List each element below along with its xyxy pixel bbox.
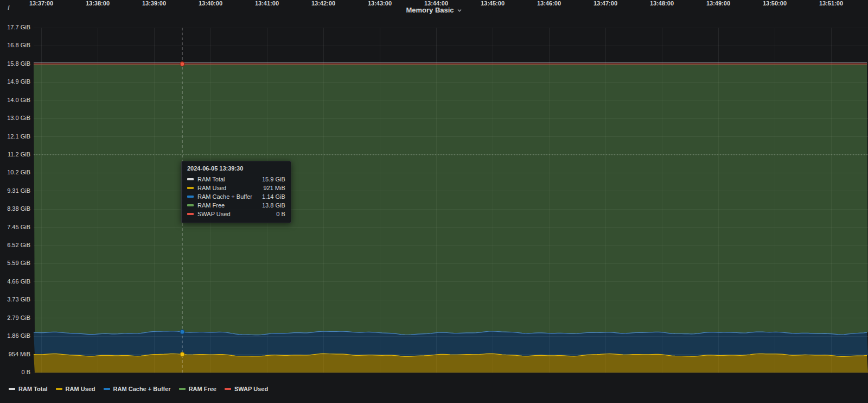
tooltip-series-value: 0 B	[276, 211, 285, 217]
series-color-swatch	[187, 196, 194, 198]
legend-label: RAM Used	[66, 386, 95, 392]
series-color-swatch	[187, 178, 194, 180]
tooltip-series-value: 1.14 GiB	[262, 193, 285, 200]
tooltip-row: SWAP Used0 B	[187, 210, 285, 218]
tooltip-series-value: 15.9 GiB	[262, 176, 285, 182]
panel-title: Memory Basic	[406, 6, 454, 14]
tooltip-series-label: RAM Used	[197, 185, 226, 191]
memory-chart[interactable]	[0, 0, 868, 403]
y-tick-label: 0 B	[0, 369, 30, 375]
chevron-down-icon	[457, 5, 462, 15]
tooltip-series-label: RAM Free	[197, 202, 225, 209]
y-tick-label: 14.9 GiB	[0, 78, 30, 85]
legend-item[interactable]: RAM Free	[179, 386, 216, 392]
legend-color-swatch	[104, 388, 110, 390]
y-tick-label: 16.8 GiB	[0, 42, 30, 48]
legend-color-swatch	[225, 388, 231, 390]
tooltip-series-value: 13.8 GiB	[262, 202, 285, 209]
y-tick-label: 5.59 GiB	[0, 260, 30, 266]
series-color-swatch	[187, 187, 194, 189]
tooltip-series-label: RAM Cache + Buffer	[197, 193, 252, 200]
panel-header[interactable]: Memory Basic	[0, 0, 868, 20]
tooltip-row: RAM Cache + Buffer1.14 GiB	[187, 192, 285, 201]
y-tick-label: 2.79 GiB	[0, 314, 30, 321]
y-tick-label: 3.73 GiB	[0, 296, 30, 303]
y-tick-label: 15.8 GiB	[0, 60, 30, 67]
legend-item[interactable]: RAM Used	[56, 386, 95, 392]
info-icon: i	[8, 4, 9, 11]
legend-color-swatch	[56, 388, 62, 390]
y-tick-label: 7.45 GiB	[0, 224, 30, 230]
tooltip-row: RAM Used921 MiB	[187, 184, 285, 192]
y-tick-label: 17.7 GiB	[0, 24, 30, 30]
y-tick-label: 13.0 GiB	[0, 115, 30, 121]
y-tick-label: 14.0 GiB	[0, 97, 30, 103]
legend-label: RAM Free	[189, 386, 216, 392]
legend-color-swatch	[179, 388, 186, 390]
tooltip-series-label: SWAP Used	[197, 211, 231, 217]
tooltip-timestamp: 2024-06-05 13:39:30	[187, 165, 285, 172]
chart-tooltip: 2024-06-05 13:39:30 RAM Total15.9 GiBRAM…	[181, 161, 291, 223]
tooltip-row: RAM Total15.9 GiB	[187, 175, 285, 184]
y-tick-label: 9.31 GiB	[0, 187, 30, 194]
y-tick-label: 12.1 GiB	[0, 133, 30, 140]
panel-info-icon[interactable]: i	[4, 3, 14, 12]
legend-color-swatch	[9, 388, 15, 390]
legend-item[interactable]: RAM Cache + Buffer	[104, 386, 171, 392]
series-color-swatch	[187, 204, 194, 206]
tooltip-series-label: RAM Total	[197, 176, 225, 182]
legend-label: SWAP Used	[234, 386, 268, 392]
legend: RAM TotalRAM UsedRAM Cache + BufferRAM F…	[9, 383, 268, 394]
y-tick-label: 954 MiB	[0, 351, 30, 357]
tooltip-rows: RAM Total15.9 GiBRAM Used921 MiBRAM Cach…	[187, 175, 285, 218]
y-tick-label: 11.2 GiB	[0, 151, 30, 158]
legend-item[interactable]: RAM Total	[9, 386, 48, 392]
y-tick-label: 6.52 GiB	[0, 242, 30, 248]
legend-item[interactable]: SWAP Used	[225, 386, 268, 392]
y-tick-label: 10.2 GiB	[0, 169, 30, 175]
legend-label: RAM Total	[18, 386, 48, 392]
legend-label: RAM Cache + Buffer	[113, 386, 171, 392]
tooltip-series-value: 921 MiB	[263, 185, 285, 191]
y-tick-label: 8.38 GiB	[0, 205, 30, 212]
y-tick-label: 4.66 GiB	[0, 278, 30, 285]
tooltip-row: RAM Free13.8 GiB	[187, 201, 285, 210]
y-tick-label: 1.86 GiB	[0, 332, 30, 339]
series-color-swatch	[187, 213, 194, 215]
